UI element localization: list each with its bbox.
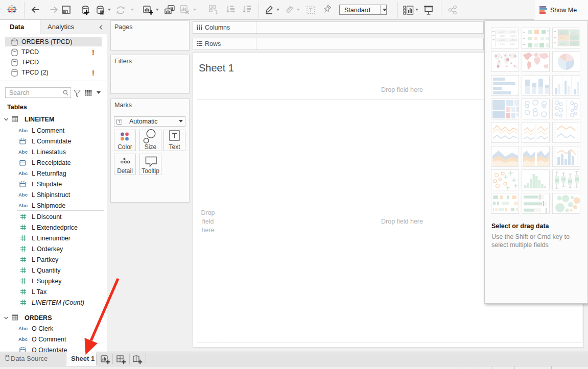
- svg-text:322: 322: [510, 42, 515, 45]
- svg-text:2859: 2859: [510, 38, 517, 41]
- svg-text:10530: 10530: [570, 42, 578, 45]
- svg-text:123: 123: [560, 31, 565, 34]
- svg-text:350: 350: [500, 34, 505, 37]
- svg-text:845: 845: [572, 37, 576, 40]
- svg-text:578: 578: [510, 30, 515, 33]
- svg-text:542: 542: [572, 31, 576, 34]
- svg-text:671: 671: [500, 42, 505, 45]
- svg-text:2503: 2503: [559, 42, 566, 45]
- svg-text:2020: 2020: [499, 38, 506, 41]
- svg-text:1234: 1234: [499, 30, 506, 33]
- svg-text:758: 758: [560, 37, 565, 40]
- svg-text:3004: 3004: [510, 34, 517, 37]
